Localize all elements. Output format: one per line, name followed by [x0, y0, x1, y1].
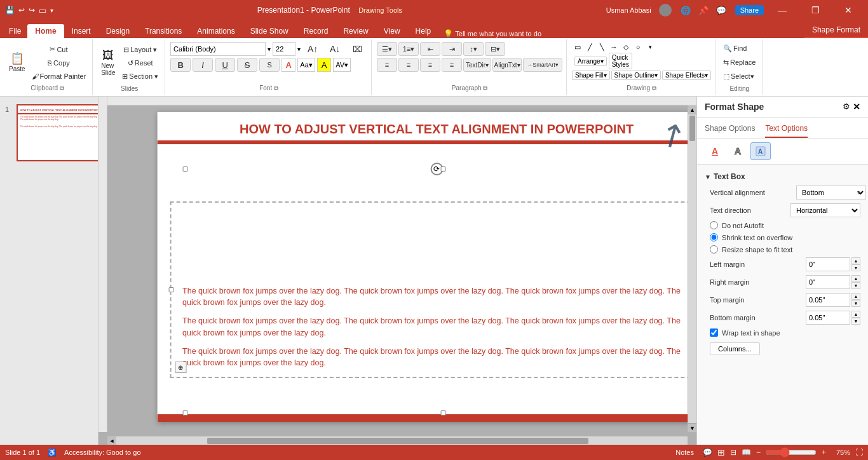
font-name-dropdown-icon[interactable]: ▾	[268, 46, 271, 53]
shape-more-icon[interactable]: ▾	[644, 42, 656, 52]
tab-shape-format[interactable]: Shape Format	[804, 23, 868, 38]
font-size-input[interactable]	[273, 42, 295, 56]
vertical-alignment-select[interactable]: Bottom Top Middle	[796, 186, 866, 200]
reset-button[interactable]: ↺ Reset	[119, 57, 161, 69]
help-icon[interactable]: 🌐	[681, 6, 691, 15]
tab-slide-show[interactable]: Slide Show	[243, 24, 296, 38]
tab-animations[interactable]: Animations	[189, 24, 242, 38]
decrease-font-size-button[interactable]: A↓	[325, 43, 345, 55]
text-fill-color-button[interactable]: A	[705, 142, 725, 160]
layout-button[interactable]: ⊟ Layout ▾	[119, 43, 161, 56]
view-sorter-icon[interactable]: ⊟	[730, 448, 736, 457]
tab-help[interactable]: Help	[408, 24, 439, 38]
cut-button[interactable]: ✂ Cut	[29, 43, 89, 56]
text-outline-button[interactable]: A	[728, 142, 748, 160]
tab-review[interactable]: Review	[336, 24, 376, 38]
tell-me-icon[interactable]: 💡 Tell me what you want to do	[444, 29, 541, 38]
bottom-margin-down[interactable]: ▼	[851, 318, 860, 325]
left-margin-input[interactable]	[806, 257, 850, 271]
find-button[interactable]: 🔍 Find	[721, 42, 749, 55]
bold-button[interactable]: B	[170, 58, 191, 72]
columns-button[interactable]: Columns...	[710, 342, 760, 355]
comments-icon[interactable]: 💬	[716, 6, 726, 15]
new-slide-button[interactable]: 🖼 NewSlide	[98, 44, 118, 82]
scroll-down-button[interactable]: ▼	[688, 423, 696, 432]
zoom-level[interactable]: 75%	[831, 449, 850, 456]
bottom-margin-input[interactable]	[806, 311, 850, 325]
shadow-button[interactable]: S	[259, 58, 280, 72]
right-margin-down[interactable]: ▼	[851, 282, 860, 289]
view-normal-icon[interactable]: ⊞	[717, 447, 725, 457]
drawing-expand-icon[interactable]: ⧉	[652, 85, 656, 91]
view-reading-icon[interactable]: 📖	[742, 448, 751, 457]
format-panel-close-button[interactable]: ✕	[853, 102, 860, 112]
replace-button[interactable]: ⇆ Replace	[721, 56, 758, 69]
font-name-input[interactable]	[170, 42, 266, 56]
shape-rect-icon[interactable]: ▭	[572, 42, 583, 52]
align-right-button[interactable]: ≡	[420, 58, 440, 72]
shape-effects-button[interactable]: Shape Effects▾	[662, 71, 711, 80]
align-text-button[interactable]: AlignTxt▾	[492, 58, 522, 72]
slide-thumbnail[interactable]: HOW TO ADJUST VERTICAL TEXT ALIGNMENT IN…	[17, 104, 98, 161]
font-expand-icon[interactable]: ⧉	[274, 85, 278, 91]
tab-record[interactable]: Record	[296, 24, 336, 38]
increase-font-size-button[interactable]: A↑	[302, 43, 323, 55]
tab-file[interactable]: File	[3, 24, 27, 38]
comments-view-icon[interactable]: 💬	[703, 448, 712, 457]
underline-button[interactable]: U	[215, 58, 235, 72]
select-button[interactable]: ⬚ Select▾	[721, 70, 757, 83]
tab-home[interactable]: Home	[27, 24, 64, 38]
zoom-out-icon[interactable]: −	[756, 448, 761, 457]
top-margin-up[interactable]: ▲	[851, 293, 860, 300]
do-not-autofit-radio[interactable]	[710, 221, 718, 229]
clear-formatting-button[interactable]: ⌧	[347, 44, 367, 55]
arrange-button[interactable]: Arrange▾	[574, 57, 607, 66]
top-margin-input[interactable]	[806, 293, 850, 307]
presentation-mode-icon[interactable]: ▭	[39, 6, 46, 15]
h-scroll-thumb[interactable]	[207, 438, 588, 444]
decrease-indent-button[interactable]: ⇤	[420, 42, 440, 56]
shape-outline-button[interactable]: Shape Outline▾	[611, 71, 661, 80]
align-center-button[interactable]: ≡	[398, 58, 419, 72]
font-color-button[interactable]: A	[281, 58, 295, 72]
shape-fill-button[interactable]: Shape Fill▾	[572, 71, 609, 80]
line-spacing-button[interactable]: ↕▾	[463, 42, 484, 56]
zoom-in-icon[interactable]: +	[822, 448, 826, 457]
save-icon[interactable]: 💾	[5, 6, 15, 15]
tab-insert[interactable]: Insert	[64, 24, 98, 38]
shape-line-icon[interactable]: ╲	[596, 42, 607, 52]
slide-textbox[interactable]: The quick brown fox jumps over the lazy …	[170, 201, 696, 378]
scroll-thumb[interactable]	[689, 116, 695, 141]
notes-button[interactable]: Notes	[672, 449, 698, 456]
horizontal-scrollbar[interactable]: ◄ ►	[107, 436, 688, 445]
tab-view[interactable]: View	[376, 24, 408, 38]
tab-design[interactable]: Design	[98, 24, 137, 38]
text-direction-button[interactable]: TextDir▾	[463, 58, 491, 72]
wrap-text-checkbox[interactable]	[710, 328, 718, 337]
scroll-up-button[interactable]: ▲	[688, 105, 696, 114]
align-left-button[interactable]: ≡	[377, 58, 397, 72]
undo-icon[interactable]: ↩	[18, 6, 25, 15]
paragraph-expand-icon[interactable]: ⧉	[483, 85, 487, 91]
font-size-dropdown-icon[interactable]: ▾	[297, 46, 301, 53]
shrink-text-radio[interactable]	[710, 233, 718, 241]
top-margin-down[interactable]: ▼	[851, 300, 860, 307]
share-btn[interactable]: Share	[735, 5, 764, 15]
shape-diamond-icon[interactable]: ◇	[620, 42, 632, 52]
fit-slide-icon[interactable]: ⛶	[855, 448, 863, 457]
h-scroll-left[interactable]: ◄	[107, 436, 116, 445]
quick-styles-button[interactable]: QuickStyles	[609, 53, 632, 69]
handle-tc[interactable]	[440, 166, 445, 172]
shape-right-angle-icon[interactable]: ╱	[584, 42, 595, 52]
smartart-button[interactable]: →SmartArt▾	[523, 58, 562, 72]
restore-button[interactable]: ❐	[801, 0, 830, 20]
highlight-color-button[interactable]: A	[317, 58, 331, 72]
shape-arrow-icon[interactable]: →	[608, 42, 620, 52]
columns-button[interactable]: ⊟▾	[485, 42, 505, 56]
bullets-button[interactable]: ☰▾	[377, 42, 397, 56]
tab-text-options[interactable]: Text Options	[765, 121, 808, 138]
redo-icon[interactable]: ↪	[29, 6, 35, 15]
paste-button[interactable]: 📋 Paste	[6, 44, 28, 82]
move-handle[interactable]: ⊕	[175, 362, 186, 373]
left-margin-up[interactable]: ▲	[851, 257, 860, 264]
